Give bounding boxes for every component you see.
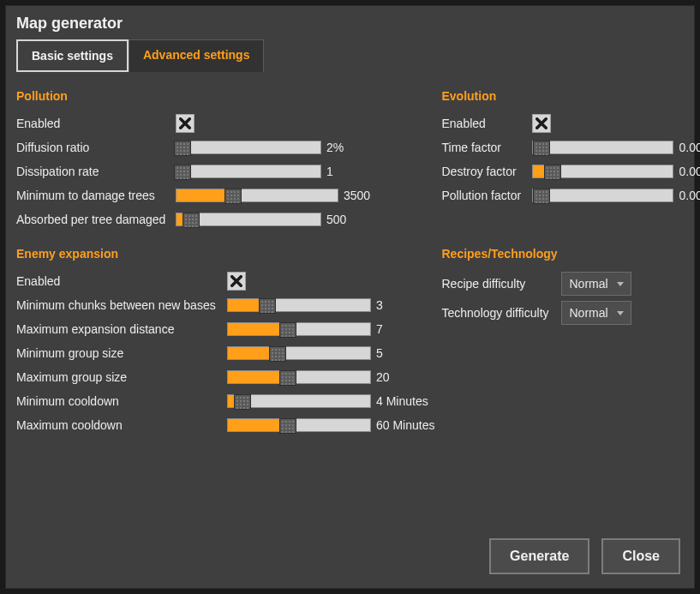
expansion-row: Minimum chunks between new bases3: [16, 293, 434, 317]
pollution-slider-value: 3500: [344, 189, 378, 202]
technology-difficulty-select[interactable]: Normal: [561, 301, 631, 325]
pollution-row-control: 1: [176, 165, 361, 178]
expansion-row-label: Maximum group size: [16, 370, 227, 384]
slider-knob[interactable]: [182, 213, 200, 228]
expansion-slider-value: 7: [376, 322, 410, 336]
expansion-enabled-label: Enabled: [16, 274, 227, 288]
expansion-row-label: Minimum cooldown: [16, 394, 227, 408]
expansion-slider[interactable]: [227, 298, 371, 312]
expansion-header: Enemy expansion: [16, 247, 434, 261]
slider-knob[interactable]: [234, 394, 251, 410]
expansion-slider[interactable]: [227, 394, 371, 408]
pollution-row-label: Dissipation rate: [16, 165, 176, 178]
close-button[interactable]: Close: [601, 538, 680, 574]
x-mark-icon: [535, 117, 547, 129]
expansion-slider[interactable]: [227, 346, 371, 360]
pollution-row-label: Minimum to damage trees: [16, 189, 176, 202]
pollution-enabled-label: Enabled: [16, 117, 176, 130]
pollution-row-control: 3500: [176, 189, 378, 202]
evolution-row-control: 0.00001500: [532, 189, 700, 202]
technology-difficulty-label: Technology difficulty: [441, 306, 561, 320]
tab-advanced-settings[interactable]: Advanced settings: [129, 39, 264, 72]
slider-knob[interactable]: [279, 322, 296, 338]
pollution-slider[interactable]: [176, 189, 338, 202]
expansion-row: Minimum cooldown4 Minutes: [16, 389, 434, 413]
pollution-row-control: 500: [176, 213, 361, 226]
slider-knob[interactable]: [279, 370, 296, 386]
expansion-row: Maximum cooldown60 Minutes: [16, 413, 434, 437]
pollution-row-control: 2%: [176, 141, 361, 154]
expansion-row-control: 5: [227, 346, 410, 360]
evolution-slider[interactable]: [532, 141, 673, 154]
recipe-difficulty-select[interactable]: Normal: [561, 272, 631, 296]
evolution-row-label: Pollution factor: [441, 189, 532, 202]
slider-knob[interactable]: [533, 189, 550, 204]
tab-basic-settings[interactable]: Basic settings: [16, 39, 129, 72]
expansion-row-control: 3: [227, 298, 410, 312]
expansion-slider-value: 3: [376, 298, 410, 312]
generate-button[interactable]: Generate: [489, 538, 589, 574]
expansion-row-label: Minimum chunks between new bases: [16, 298, 227, 312]
pollution-row-label: Diffusion ratio: [16, 141, 176, 154]
chevron-down-icon: [617, 282, 624, 286]
expansion-row-control: 60 Minutes: [227, 418, 434, 432]
recipe-difficulty-label: Recipe difficulty: [441, 277, 561, 291]
pollution-row: Dissipation rate1: [16, 159, 434, 183]
expansion-section: Enemy expansion Enabled Minimum chunks b…: [16, 247, 434, 437]
evolution-row-label: Time factor: [441, 141, 532, 154]
slider-knob[interactable]: [279, 418, 296, 434]
expansion-enabled-checkbox[interactable]: [227, 272, 246, 291]
evolution-row: Destroy factor0.00200000: [441, 159, 700, 183]
evolution-section: Evolution Enabled Time factor0.00000400D…: [441, 89, 700, 207]
evolution-row-control: 0.00000400: [532, 141, 700, 154]
expansion-row-control: 7: [227, 322, 410, 336]
technology-difficulty-value: Normal: [569, 306, 607, 320]
slider-knob[interactable]: [544, 165, 561, 180]
expansion-slider[interactable]: [227, 418, 371, 432]
footer: Generate Close: [6, 530, 694, 588]
expansion-row: Maximum group size20: [16, 365, 434, 389]
expansion-row: Minimum group size5: [16, 341, 434, 365]
pollution-slider-value: 500: [326, 213, 361, 226]
pollution-enabled-checkbox[interactable]: [176, 114, 194, 133]
slider-knob[interactable]: [174, 165, 191, 180]
pollution-slider-value: 1: [326, 165, 361, 178]
slider-knob[interactable]: [224, 189, 242, 204]
evolution-row-control: 0.00200000: [532, 165, 700, 178]
slider-knob[interactable]: [174, 141, 191, 156]
pollution-row-label: Absorbed per tree damaged: [16, 213, 176, 226]
pollution-row: Absorbed per tree damaged500: [16, 207, 434, 231]
tabs: Basic settings Advanced settings: [6, 39, 694, 72]
evolution-enabled-checkbox[interactable]: [532, 114, 551, 133]
slider-knob[interactable]: [269, 346, 286, 362]
expansion-slider[interactable]: [227, 322, 371, 336]
expansion-row: Maximum expansion distance7: [16, 317, 434, 341]
window-title: Map generator: [6, 6, 694, 39]
pollution-slider[interactable]: [176, 165, 321, 178]
pollution-slider[interactable]: [176, 141, 321, 154]
evolution-slider[interactable]: [532, 189, 673, 202]
evolution-slider[interactable]: [532, 165, 673, 178]
slider-knob[interactable]: [259, 298, 276, 314]
pollution-row: Diffusion ratio2%: [16, 135, 434, 159]
expansion-slider-value: 5: [376, 346, 410, 360]
pollution-slider-value: 2%: [326, 141, 361, 154]
x-mark-icon: [179, 117, 191, 129]
expansion-slider[interactable]: [227, 370, 371, 384]
content: Pollution Enabled Diffusion ratio2%Dissi…: [6, 72, 694, 530]
pollution-section: Pollution Enabled Diffusion ratio2%Dissi…: [16, 89, 434, 231]
expansion-row-control: 4 Minutes: [227, 394, 428, 408]
recipes-section: Recipes/Technology Recipe difficulty Nor…: [441, 247, 700, 327]
expansion-row-control: 20: [227, 370, 410, 384]
expansion-slider-value: 20: [376, 370, 410, 384]
slider-knob[interactable]: [533, 141, 550, 156]
left-column: Pollution Enabled Diffusion ratio2%Dissi…: [16, 89, 434, 519]
evolution-row-label: Destroy factor: [441, 165, 532, 178]
expansion-slider-value: 60 Minutes: [376, 418, 434, 432]
right-column: Evolution Enabled Time factor0.00000400D…: [441, 89, 700, 519]
evolution-slider-value: 0.00200000: [679, 165, 700, 178]
pollution-slider[interactable]: [176, 213, 321, 226]
chevron-down-icon: [617, 311, 624, 315]
evolution-row: Time factor0.00000400: [441, 135, 700, 159]
pollution-header: Pollution: [16, 89, 434, 103]
